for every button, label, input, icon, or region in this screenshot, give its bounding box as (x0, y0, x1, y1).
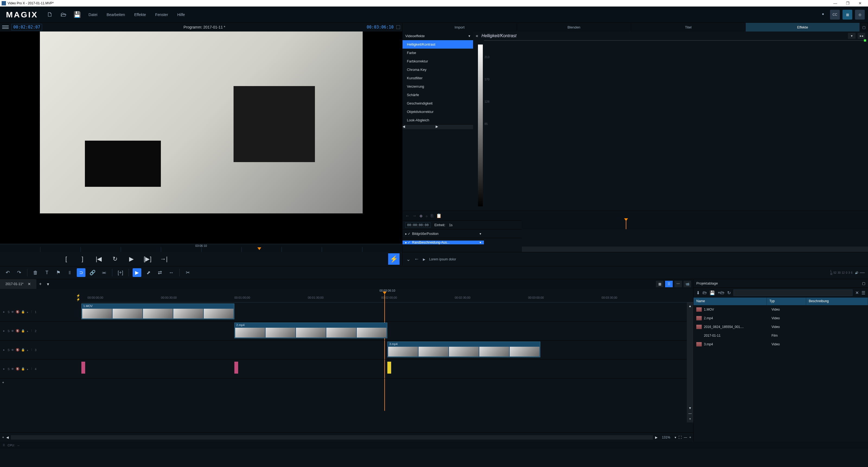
clip-3mp4[interactable]: 3.mp4 (388, 342, 540, 357)
zoom-fit-icon[interactable]: ⛶ (678, 436, 682, 439)
marker-pink-1[interactable] (82, 362, 85, 374)
snap-icon[interactable]: ⊃ (77, 268, 86, 277)
kf-track-crop[interactable]: ▸ ✓ Randbeschneidung-Aus...▾ (403, 238, 522, 246)
new-file-icon[interactable]: 🗋 (45, 10, 54, 19)
zoom-in-icon[interactable]: + (689, 436, 691, 439)
bin-item[interactable]: 2017-01-11Film (693, 331, 868, 340)
view-grid-icon[interactable]: ▦ (656, 281, 663, 287)
track-header-1[interactable]: ▸S👁🔇🔒⬥⋮1 (0, 302, 82, 321)
menu-fenster[interactable]: Fenster (153, 12, 170, 17)
hint-back-icon[interactable]: ← (414, 256, 419, 262)
kf-track-size[interactable]: ▸ ✓ Bildgröße/Position▾ (403, 229, 522, 238)
redo-icon[interactable]: ↷ (14, 268, 23, 277)
grid-button[interactable]: ▦ (842, 10, 852, 20)
kf-playhead-icon[interactable] (626, 221, 626, 229)
effect-farbkorrektur[interactable]: Farbkorrektur (403, 57, 473, 65)
select-tool-icon[interactable]: ⬈ (144, 268, 153, 277)
cut-tool-icon[interactable]: ✂ (183, 268, 192, 277)
hamburger-icon[interactable] (2, 24, 9, 30)
zoom-out-icon[interactable]: — (684, 436, 687, 439)
group-icon[interactable]: ⫘ (99, 268, 108, 277)
marker-yellow[interactable] (388, 362, 391, 374)
menu-datei[interactable]: Datei (86, 12, 99, 17)
link-icon[interactable]: 🔗 (88, 268, 97, 277)
effect-geschwindigkeit[interactable]: Geschwindigkeit (403, 99, 473, 108)
back-icon[interactable]: « (476, 33, 478, 38)
timeline-ruler[interactable]: 00:03:06:10 00:00:00;00 00:00:30;00 00:0… (82, 289, 693, 302)
view-wave-icon[interactable]: 〰 (674, 281, 682, 287)
pointer-tool-icon[interactable]: ▶ (133, 268, 141, 277)
tab-titel[interactable]: Titel (631, 23, 746, 31)
effects-scrollbar[interactable]: ◀ ▶ (403, 124, 473, 129)
mark-in-button[interactable]: [ (62, 256, 70, 263)
goto-start-button[interactable]: |◀ (94, 256, 103, 263)
loop-button[interactable]: ↻ (111, 256, 119, 263)
mark-out-button[interactable]: ] (78, 256, 87, 263)
refresh-icon[interactable]: ↻ (727, 290, 731, 295)
goto-end-button[interactable]: →| (159, 256, 168, 263)
bin-item[interactable]: 3.mp4Video (693, 340, 868, 349)
timeline-hscroll[interactable] (11, 435, 653, 440)
folder-icon[interactable]: 🗁 (703, 290, 707, 295)
open-folder-icon[interactable]: 🗁 (59, 10, 68, 19)
save-icon[interactable]: 💾 (73, 10, 82, 19)
keyframe-timecode[interactable]: 00:00:00:00 (405, 222, 431, 228)
kf-add-icon[interactable]: ◆ (420, 213, 423, 218)
add-tab-icon[interactable]: + (36, 282, 44, 287)
curve-canvas[interactable] (484, 40, 865, 41)
effect-lookabgleich[interactable]: Look-Abgleich (403, 116, 473, 124)
timeline-vscroll[interactable]: ▲▼—+ (687, 302, 693, 422)
effect-helligkeit[interactable]: Helligkeit/Kontrast (403, 40, 473, 49)
bin-item[interactable]: 1.MOVVideo (693, 305, 868, 314)
grid-icon[interactable]: ⫴ (65, 268, 74, 277)
clear-search-icon[interactable]: ✕ (855, 290, 859, 295)
compare-button[interactable]: ▸◂ (858, 33, 865, 39)
monitor-ruler[interactable]: 03:06:10 (0, 244, 402, 252)
effect-schaerfe[interactable]: Schärfe (403, 91, 473, 99)
clip-1mov[interactable]: 1.MOV (82, 303, 235, 319)
timecode-in[interactable]: 00:02:02:07 (11, 24, 42, 30)
maximize-effects-icon[interactable]: ▢ (860, 23, 868, 31)
footer-add-icon[interactable]: + (2, 436, 4, 439)
preset-dropdown[interactable]: ▾ (848, 33, 856, 39)
effect-kunstfilter[interactable]: Kunstfilter (403, 74, 473, 82)
maximize-bin-icon[interactable]: ▢ (862, 281, 865, 285)
search-input[interactable] (734, 289, 852, 296)
flash-button[interactable]: ⚡ (388, 253, 400, 265)
list-view-icon[interactable]: ☰ (862, 290, 865, 295)
track-1[interactable]: 1.MOV (82, 302, 693, 321)
view-cam-icon[interactable]: 📹 (684, 281, 691, 287)
dot-icon[interactable]: • (818, 10, 827, 19)
tab-import[interactable]: Import (403, 23, 517, 31)
track-header-3[interactable]: ▸S👁🔇🔒⬥⋮3 (0, 341, 82, 359)
tab-menu-icon[interactable]: ▾ (44, 282, 52, 287)
title-icon[interactable]: T (42, 268, 51, 277)
unit-value[interactable]: 1s (449, 223, 453, 227)
video-monitor[interactable] (0, 31, 402, 244)
bin-columns[interactable]: Name Typ Beschreibung (693, 298, 868, 305)
curve-point-icon[interactable] (864, 39, 866, 41)
kf-copy-icon[interactable]: ⎘ (431, 213, 433, 218)
undo-icon[interactable]: ↶ (3, 268, 12, 277)
tab-effekte[interactable]: Effekte (746, 23, 860, 31)
timeline-tab[interactable]: 2017-01-11* ✕ (0, 279, 36, 289)
insert-icon[interactable]: [+] (116, 268, 125, 277)
maximize-monitor-icon[interactable] (396, 25, 400, 29)
kf-scrollbar[interactable] (522, 246, 868, 252)
track-3[interactable]: 3.mp4 (82, 341, 693, 359)
view-list-icon[interactable]: ☰ (665, 281, 673, 287)
effect-farbe[interactable]: Farbe (403, 49, 473, 57)
marker-pink-2[interactable] (235, 362, 238, 374)
clip-2mp4[interactable]: 2.mp4 (235, 323, 388, 338)
maximize-button[interactable]: ❐ (841, 0, 854, 6)
menu-effekte[interactable]: Effekte (132, 12, 148, 17)
menu-hilfe[interactable]: Hilfe (175, 12, 187, 17)
add-folder-icon[interactable]: +🗁 (718, 290, 724, 295)
close-tab-icon[interactable]: ✕ (28, 282, 31, 286)
effect-objektivkorrektur[interactable]: Objektivkorrektur (403, 108, 473, 116)
stretch-tool-icon[interactable]: ↔ (167, 268, 176, 277)
effect-verzerrung[interactable]: Verzerrung (403, 82, 473, 91)
playhead-marker-icon[interactable] (257, 247, 261, 250)
bin-item[interactable]: 2.mp4Video (693, 314, 868, 323)
import-icon[interactable]: ⬇ (696, 290, 700, 295)
